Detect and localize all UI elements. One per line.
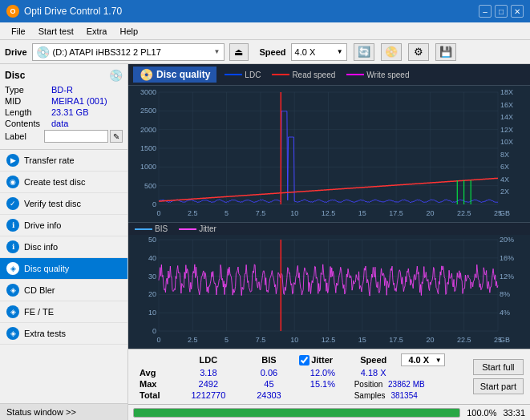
start-buttons: Start full Start part: [468, 359, 524, 394]
extra-tests-label: Extra tests: [24, 329, 66, 338]
progress-inner: [134, 409, 459, 417]
drive-info-icon: ℹ: [6, 219, 19, 232]
avg-label: Avg: [135, 367, 175, 378]
drive-select-arrow-icon: ▼: [214, 48, 220, 55]
col-speed: Speed: [350, 353, 398, 367]
progress-bar-area: 100.0% 33:31: [128, 404, 530, 420]
sidebar-item-cd-bler[interactable]: ◈ CD Bler: [0, 280, 127, 301]
jitter-col-label: Jitter: [311, 355, 333, 365]
avg-speed: 4.18 X: [350, 367, 398, 378]
length-value: 23.31 GB: [51, 107, 88, 117]
sidebar-item-disc-quality[interactable]: ◈ Disc quality: [0, 258, 127, 280]
stats-speed-select[interactable]: 4.0 X ▼: [401, 353, 445, 366]
cd-bler-icon: ◈: [6, 284, 19, 297]
app-icon: O: [6, 5, 19, 18]
legend-jitter: Jitter: [179, 224, 216, 233]
stats-table: LDC BIS Jitter Speed: [135, 353, 465, 401]
sidebar-item-fe-te[interactable]: ◈ FE / TE: [0, 301, 127, 323]
contents-value: data: [51, 119, 68, 128]
media-button[interactable]: 📀: [381, 43, 402, 61]
jitter-checkbox[interactable]: [299, 355, 310, 365]
max-label: Max: [135, 378, 175, 390]
speed-arrow-icon: ▼: [337, 48, 343, 55]
cd-bler-label: CD Bler: [24, 285, 55, 295]
speed-select[interactable]: 4.0 X ▼: [291, 43, 347, 61]
sidebar-item-disc-info[interactable]: ℹ Disc info: [0, 236, 127, 258]
status-window-button[interactable]: Status window >>: [0, 403, 127, 420]
total-bis: 24303: [242, 390, 296, 401]
samples-label: Samples: [354, 391, 386, 400]
sidebar-item-create-test-disc[interactable]: ◉ Create test disc: [0, 172, 127, 193]
disc-quality-label: Disc quality: [24, 264, 69, 273]
total-samples-row: Samples 381354: [350, 390, 465, 401]
create-test-disc-icon: ◉: [6, 176, 19, 188]
close-button[interactable]: ✕: [511, 5, 524, 18]
legend-write-speed-color: [346, 74, 364, 75]
avg-ldc: 3.18: [175, 367, 242, 378]
disc-info-icon: ℹ: [6, 240, 19, 253]
legend-jitter-label: Jitter: [199, 224, 216, 233]
start-part-button[interactable]: Start part: [473, 378, 524, 394]
position-value: 23862 MB: [388, 380, 425, 389]
contents-label: Contents: [5, 119, 51, 128]
menu-extra[interactable]: Extra: [80, 25, 114, 38]
disc-quality-title: Disc quality: [156, 69, 210, 80]
sidebar-item-extra-tests[interactable]: ◈ Extra tests: [0, 323, 127, 345]
save-button[interactable]: 💾: [435, 43, 456, 61]
bottom-chart-legend: BIS Jitter: [128, 223, 530, 235]
sidebar-item-drive-info[interactable]: ℹ Drive info: [0, 215, 127, 236]
disc-eject-icon[interactable]: 💿: [109, 69, 123, 82]
legend-bis-label: BIS: [155, 224, 168, 233]
avg-jitter: 12.0%: [296, 367, 350, 378]
app-title: Opti Drive Control 1.70: [24, 6, 122, 17]
disc-quality-title-badge: 📀 Disc quality: [133, 67, 216, 83]
legend-read-speed-label: Read speed: [292, 71, 335, 79]
verify-test-disc-label: Verify test disc: [24, 199, 81, 208]
disc-info-label: Disc info: [24, 242, 58, 252]
sidebar-nav: ▶ Transfer rate ◉ Create test disc ✓ Ver…: [0, 150, 127, 403]
progress-percent: 100.0%: [467, 408, 496, 418]
max-bis: 45: [242, 378, 296, 390]
legend-read-speed-color: [272, 74, 289, 75]
disc-section-title: Disc: [5, 70, 25, 81]
eject-button[interactable]: ⏏: [229, 43, 249, 61]
legend-ldc: LDC: [225, 71, 261, 79]
legend-read-speed: Read speed: [272, 71, 335, 79]
charts-container: BIS Jitter: [128, 86, 530, 349]
disc-section: Disc 💿 Type BD-R MID MEIRA1 (001) Length…: [0, 64, 127, 150]
stats-panel: LDC BIS Jitter Speed: [128, 349, 530, 404]
position-label: Position: [354, 380, 383, 389]
sidebar-item-verify-test-disc[interactable]: ✓ Verify test disc: [0, 193, 127, 215]
disc-quality-header: 📀 Disc quality LDC Read speed Write spee…: [128, 64, 530, 86]
total-label: Total: [135, 390, 175, 401]
drive-label: Drive: [5, 47, 27, 57]
stats-total-row: Total 1212770 24303 Samples 381354: [135, 390, 465, 401]
avg-bis: 0.06: [242, 367, 296, 378]
settings-button[interactable]: ⚙: [408, 43, 429, 61]
menu-help[interactable]: Help: [113, 25, 144, 38]
disc-label-apply-button[interactable]: ✎: [110, 130, 123, 143]
disc-label-input[interactable]: [44, 130, 108, 143]
start-full-button[interactable]: Start full: [473, 359, 524, 375]
fe-te-icon: ◈: [6, 305, 19, 318]
stats-speed-arrow-icon: ▼: [435, 357, 442, 364]
max-ldc: 2492: [175, 378, 242, 390]
legend-ldc-label: LDC: [245, 71, 261, 79]
disc-label-label: Label: [5, 131, 44, 141]
maximize-button[interactable]: □: [495, 5, 508, 18]
speed-value: 4.0 X: [295, 47, 334, 57]
minimize-button[interactable]: –: [479, 5, 492, 18]
menubar: File Start test Extra Help: [0, 22, 530, 40]
sidebar-item-transfer-rate[interactable]: ▶ Transfer rate: [0, 150, 127, 172]
titlebar: O Opti Drive Control 1.70 – □ ✕: [0, 0, 530, 22]
top-chart: [128, 86, 530, 223]
legend-bis-color: [135, 228, 152, 230]
drive-info-label: Drive info: [24, 220, 61, 230]
bottom-chart: [128, 235, 530, 349]
samples-value: 381354: [390, 391, 417, 400]
col-speed-select: 4.0 X ▼: [398, 353, 465, 367]
menu-file[interactable]: File: [5, 25, 32, 38]
refresh-button[interactable]: 🔄: [354, 43, 374, 61]
drive-select[interactable]: 💿 (D:) ATAPI iHBS312 2 PL17 ▼: [32, 43, 225, 61]
menu-start-test[interactable]: Start test: [32, 25, 80, 38]
